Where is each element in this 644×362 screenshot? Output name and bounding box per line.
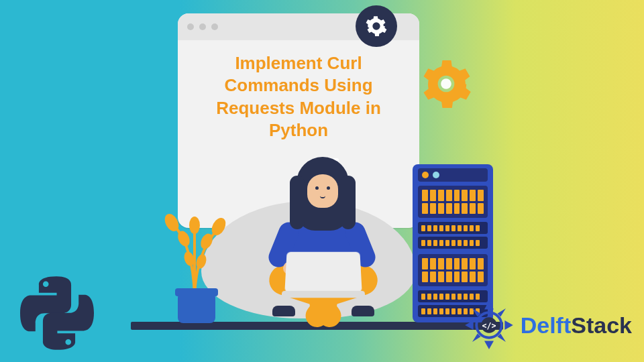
svg-point-3 [189, 217, 200, 234]
gear-dark-badge [356, 5, 397, 47]
rack-top [418, 168, 488, 182]
rack-panel [418, 186, 488, 218]
window-dot [187, 23, 194, 30]
page-title: Implement Curl Commands Using Requests M… [178, 46, 419, 148]
plant-pot [178, 294, 215, 323]
rack-strip [418, 222, 488, 234]
svg-point-0 [441, 78, 451, 89]
gear-icon [365, 15, 388, 38]
laptop-illustration [284, 252, 362, 292]
gear-icon [420, 58, 472, 110]
rack-panel [418, 254, 488, 286]
svg-point-7 [195, 253, 208, 269]
brand-name: DelftStack [521, 312, 632, 339]
brand-name-part1: Delft [521, 312, 572, 338]
svg-text:</>: </> [482, 321, 496, 330]
delftstack-logo-icon: </> [463, 299, 515, 351]
window-dot [199, 23, 206, 30]
brand-name-part2: Stack [571, 312, 632, 338]
brand-logo: </> DelftStack [463, 299, 632, 351]
person-illustration [241, 157, 402, 324]
python-logo-icon [20, 276, 94, 350]
window-dot [211, 23, 218, 30]
rack-strip [418, 237, 488, 249]
plant-illustration [154, 202, 235, 296]
